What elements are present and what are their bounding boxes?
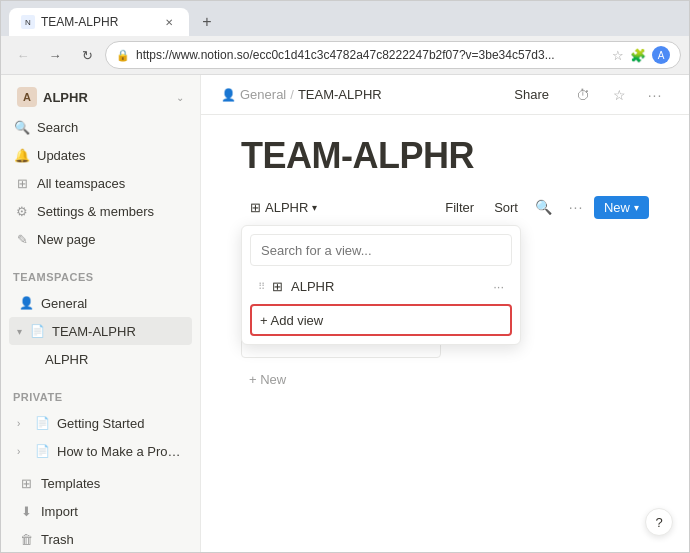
lock-icon: 🔒 <box>116 49 130 62</box>
tab-title: TEAM-ALPHR <box>41 15 155 29</box>
teamspaces-section-label: Teamspaces <box>1 267 200 287</box>
new-button[interactable]: New ▾ <box>594 196 649 219</box>
drag-handle-icon: ⠿ <box>258 281 264 292</box>
help-button[interactable]: ? <box>645 508 673 536</box>
import-icon: ⬇ <box>17 502 35 520</box>
address-extension-icon: 🧩 <box>630 48 646 63</box>
add-view-button[interactable]: + Add view <box>250 304 512 336</box>
new-page-label: New page <box>37 232 188 247</box>
more-toolbar-button[interactable]: ··· <box>562 193 590 221</box>
sidebar-item-updates[interactable]: 🔔 Updates <box>5 141 196 169</box>
filter-button[interactable]: Filter <box>437 196 482 219</box>
refresh-button[interactable]: ↻ <box>73 41 101 69</box>
header-actions: Share ⏱ ☆ ··· <box>502 81 669 109</box>
updates-icon: 🔔 <box>13 146 31 164</box>
breadcrumb: 👤 General / TEAM-ALPHR <box>221 87 382 102</box>
sidebar-bottom: ⊞ Templates ⬇ Import 🗑 Trash <box>1 467 200 552</box>
updates-label: Updates <box>37 148 188 163</box>
page-header: 👤 General / TEAM-ALPHR Share ⏱ ☆ ··· <box>201 75 689 115</box>
address-star-icon: ☆ <box>612 48 624 63</box>
search-label: Search <box>37 120 188 135</box>
sidebar-item-trash[interactable]: 🗑 Trash <box>9 525 192 552</box>
sidebar-item-general[interactable]: 👤 General <box>9 289 192 317</box>
new-tab-button[interactable]: + <box>193 8 221 36</box>
view-selector-icon: ⊞ <box>250 200 261 215</box>
settings-icon: ⚙ <box>13 202 31 220</box>
general-page-icon: 👤 <box>17 294 35 312</box>
getting-started-icon: 📄 <box>33 414 51 432</box>
view-selector-chevron: ▾ <box>312 202 317 213</box>
address-profile-icon: A <box>652 46 670 64</box>
add-view-label: + Add view <box>260 313 323 328</box>
sidebar-top-nav: 🔍 Search 🔔 Updates ⊞ All teamspaces ⚙ Se… <box>1 111 200 255</box>
private-section: › 📄 Getting Started › 📄 How to Make a Pr… <box>1 407 200 467</box>
view-dropdown: ⠿ ⊞ ALPHR ··· + Add view <box>241 225 521 345</box>
view-search-input[interactable] <box>250 234 512 266</box>
sidebar-item-alphr-sub[interactable]: ALPHR <box>9 345 192 373</box>
sidebar-item-getting-started[interactable]: › 📄 Getting Started <box>9 409 192 437</box>
breadcrumb-separator: / <box>290 87 294 102</box>
sidebar-item-all-teamspaces[interactable]: ⊞ All teamspaces <box>5 169 196 197</box>
dropdown-view-item[interactable]: ⠿ ⊞ ALPHR ··· <box>250 270 512 302</box>
view-selector-name: ALPHR <box>265 200 308 215</box>
workspace-header[interactable]: A ALPHR ⌄ <box>5 83 196 111</box>
alphr-sub-label: ALPHR <box>45 352 184 367</box>
address-bar[interactable]: 🔒 https://www.notion.so/ecc0c1d41c3c4782… <box>105 41 681 69</box>
tab-bar: N TEAM-ALPHR ✕ + <box>1 1 689 36</box>
team-alphr-label: TEAM-ALPHR <box>52 324 184 339</box>
new-button-chevron-icon: ▾ <box>634 202 639 213</box>
nav-bar: ← → ↻ 🔒 https://www.notion.so/ecc0c1d41c… <box>1 36 689 75</box>
trash-label: Trash <box>41 532 184 547</box>
more-button[interactable]: ··· <box>641 81 669 109</box>
active-tab[interactable]: N TEAM-ALPHR ✕ <box>9 8 189 36</box>
back-button[interactable]: ← <box>9 41 37 69</box>
teamspaces-icon: ⊞ <box>13 174 31 192</box>
sidebar-item-search[interactable]: 🔍 Search <box>5 113 196 141</box>
how-to-make-expand-icon: › <box>17 446 27 457</box>
general-label: General <box>41 296 184 311</box>
sidebar-item-team-alphr[interactable]: ▾ 📄 TEAM-ALPHR <box>9 317 192 345</box>
browser-frame: N TEAM-ALPHR ✕ + ← → ↻ 🔒 https://www.not… <box>0 0 690 553</box>
tab-favicon: N <box>21 15 35 29</box>
view-toolbar: ⊞ ALPHR ▾ Filter Sort 🔍 ··· New ▾ <box>241 193 649 221</box>
new-page-icon: ✎ <box>13 230 31 248</box>
search-toolbar-button[interactable]: 🔍 <box>530 193 558 221</box>
templates-icon: ⊞ <box>17 474 35 492</box>
forward-button[interactable]: → <box>41 41 69 69</box>
how-to-make-icon: 📄 <box>33 442 51 460</box>
teamspaces-section: 👤 General ▾ 📄 TEAM-ALPHR ALPHR <box>1 287 200 375</box>
sidebar-item-import[interactable]: ⬇ Import <box>9 497 192 525</box>
share-button[interactable]: Share <box>502 83 561 106</box>
sidebar-item-how-to-make[interactable]: › 📄 How to Make a Progress ... <box>9 437 192 465</box>
team-alphr-page-icon: 📄 <box>28 322 46 340</box>
url-text: https://www.notion.so/ecc0c1d41c3c4782a4… <box>136 48 606 62</box>
search-icon: 🔍 <box>13 118 31 136</box>
sidebar: A ALPHR ⌄ 🔍 Search 🔔 Updates ⊞ All teams… <box>1 75 201 552</box>
sort-button[interactable]: Sort <box>486 196 526 219</box>
templates-label: Templates <box>41 476 184 491</box>
sidebar-item-templates[interactable]: ⊞ Templates <box>9 469 192 497</box>
tab-close-button[interactable]: ✕ <box>161 14 177 30</box>
private-section-label: Private <box>1 387 200 407</box>
view-toolbar-actions: Filter Sort 🔍 ··· New ▾ <box>437 193 649 221</box>
page-content: TEAM-ALPHR ⊞ ALPHR ▾ Filter Sort 🔍 ··· <box>201 115 689 552</box>
breadcrumb-current: TEAM-ALPHR <box>298 87 382 102</box>
new-button-label: New <box>604 200 630 215</box>
history-button[interactable]: ⏱ <box>569 81 597 109</box>
dropdown-view-label: ALPHR <box>291 279 485 294</box>
view-selector[interactable]: ⊞ ALPHR ▾ <box>241 195 326 220</box>
sidebar-item-settings[interactable]: ⚙ Settings & members <box>5 197 196 225</box>
sidebar-item-new-page[interactable]: ✎ New page <box>5 225 196 253</box>
getting-started-label: Getting Started <box>57 416 184 431</box>
star-button[interactable]: ☆ <box>605 81 633 109</box>
getting-started-expand-icon: › <box>17 418 27 429</box>
dropdown-item-more-icon[interactable]: ··· <box>493 279 504 294</box>
app-container: A ALPHR ⌄ 🔍 Search 🔔 Updates ⊞ All teams… <box>1 75 689 552</box>
breadcrumb-parent-icon: 👤 <box>221 88 236 102</box>
board-add-button[interactable]: + New <box>241 366 441 393</box>
settings-label: Settings & members <box>37 204 188 219</box>
main-content: 👤 General / TEAM-ALPHR Share ⏱ ☆ ··· TEA… <box>201 75 689 552</box>
workspace-chevron-icon: ⌄ <box>176 92 184 103</box>
all-teamspaces-label: All teamspaces <box>37 176 188 191</box>
dropdown-view-icon: ⊞ <box>272 279 283 294</box>
